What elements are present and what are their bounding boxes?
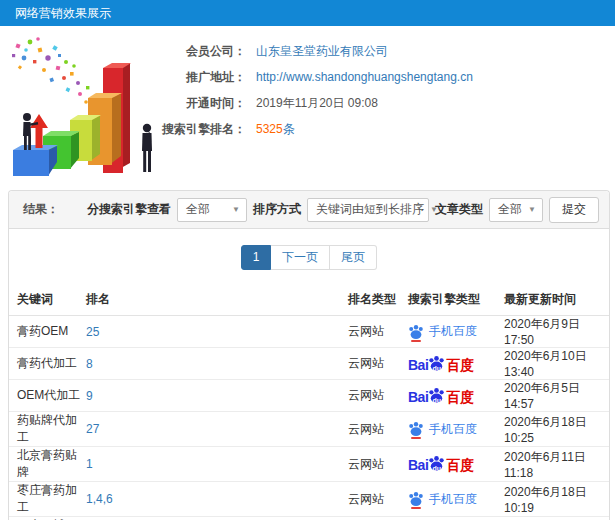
updated-cell: 2020年6月5日 14:57: [504, 380, 609, 412]
chevron-down-icon: ▼: [226, 205, 240, 214]
filter-bar: 结果： 分搜索引擎查看 全部 ▼ 排序方式 关键词由短到长排序 ▼ 文章类型 全…: [9, 191, 609, 229]
keyword-cell: 膏药代加工: [9, 348, 86, 380]
updated-cell: 2020年6月18日 10:19: [504, 482, 609, 517]
rank-link[interactable]: 25: [86, 325, 99, 339]
updated-cell: 2020年5月29日 10:32: [504, 517, 609, 520]
rank-type-cell: 云网站: [348, 412, 408, 447]
baidu-logo-icon: Baidu百度: [408, 355, 474, 372]
engine-label: 手机百度: [429, 491, 477, 508]
rank-count-unit: 条: [283, 122, 295, 136]
updated-header: 最新更新时间: [504, 285, 609, 316]
keyword-header: 关键词: [9, 285, 86, 316]
results-body: 1 下一页 尾页 关键词 排名 排名类型 搜索引擎类型 最新更新时间 膏药OEM…: [9, 229, 609, 520]
next-page-button[interactable]: 下一页: [271, 245, 330, 270]
company-name-link[interactable]: 山东皇圣堂药业有限公司: [256, 43, 388, 60]
info-row-company: 会员公司： 山东皇圣堂药业有限公司: [0, 38, 615, 64]
engine-label: 手机百度: [429, 421, 477, 438]
rank-link[interactable]: 1,4,6: [86, 492, 113, 506]
info-row-rank-count: 搜索引擎排名： 5325条: [0, 116, 615, 142]
submit-button[interactable]: 提交: [549, 197, 599, 223]
table-row: OEM代加工9云网站Baidu百度2020年6月5日 14:57: [9, 380, 609, 412]
rank-count-value: 5325条: [256, 121, 295, 138]
engine-type-cell: Baidu百度: [408, 517, 504, 520]
rank-type-cell: 云网站: [348, 517, 408, 520]
updated-cell: 2020年6月18日 10:25: [504, 412, 609, 447]
engine-type-cell: 手机百度: [408, 412, 504, 447]
rank-type-cell: 云网站: [348, 316, 408, 348]
rank-cell: 9: [86, 380, 348, 412]
rank-link[interactable]: 1: [86, 457, 93, 471]
rank-link[interactable]: 8: [86, 357, 93, 371]
rank-type-cell: 云网站: [348, 447, 408, 482]
keyword-cell: OEM代加工: [9, 380, 86, 412]
info-row-url: 推广地址： http://www.shandonghuangshengtang.…: [0, 64, 615, 90]
rank-link[interactable]: 9: [86, 389, 93, 403]
page-1-button[interactable]: 1: [241, 245, 271, 270]
pagination: 1 下一页 尾页: [9, 245, 609, 270]
keyword-cell: 药贴牌代加工: [9, 412, 86, 447]
keyword-cell: 北京膏药贴牌: [9, 447, 86, 482]
updated-cell: 2020年6月9日 17:50: [504, 316, 609, 348]
table-row: 医疗器械厂家4云网站Baidu百度2020年5月29日 10:32: [9, 517, 609, 520]
updated-cell: 2020年6月10日 13:40: [504, 348, 609, 380]
engine-filter-label: 分搜索引擎查看: [87, 201, 171, 218]
engine-type-cell: Baidu百度: [408, 447, 504, 482]
promo-url-label: 推广地址：: [0, 69, 246, 86]
last-page-button[interactable]: 尾页: [330, 245, 377, 270]
table-row: 北京膏药贴牌1云网站Baidu百度2020年6月11日 11:18: [9, 447, 609, 482]
engine-type-cell: Baidu百度: [408, 380, 504, 412]
engine-badge: 手机百度: [408, 421, 504, 438]
page-title: 网络营销效果展示: [15, 6, 111, 20]
rank-header: 排名: [86, 285, 348, 316]
rank-cell: 1: [86, 447, 348, 482]
mobile-baidu-icon: [408, 421, 424, 437]
engine-filter-select[interactable]: 全部 ▼: [177, 198, 247, 222]
info-section: 会员公司： 山东皇圣堂药业有限公司 推广地址： http://www.shand…: [0, 26, 615, 190]
open-time-label: 开通时间：: [0, 95, 246, 112]
open-time-value: 2019年11月20日 09:08: [256, 95, 378, 112]
table-row: 膏药代加工8云网站Baidu百度2020年6月10日 13:40: [9, 348, 609, 380]
keyword-cell: 医疗器械厂家: [9, 517, 86, 520]
results-panel: 结果： 分搜索引擎查看 全部 ▼ 排序方式 关键词由短到长排序 ▼ 文章类型 全…: [8, 190, 610, 520]
company-info-list: 会员公司： 山东皇圣堂药业有限公司 推广地址： http://www.shand…: [0, 38, 615, 142]
rank-type-cell: 云网站: [348, 380, 408, 412]
engine-type-cell: Baidu百度: [408, 348, 504, 380]
chevron-down-icon: ▼: [522, 205, 536, 214]
rank-type-cell: 云网站: [348, 482, 408, 517]
table-row: 枣庄膏药加工1,4,6云网站手机百度2020年6月18日 10:19: [9, 482, 609, 517]
baidu-logo-icon: Baidu百度: [408, 387, 474, 404]
rank-cell: 8: [86, 348, 348, 380]
sort-value: 关键词由短到长排序: [316, 201, 424, 218]
updated-cell: 2020年6月11日 11:18: [504, 447, 609, 482]
engine-badge: 手机百度: [408, 491, 504, 508]
filter-controls: 分搜索引擎查看 全部 ▼ 排序方式 关键词由短到长排序 ▼ 文章类型 全部 ▼ …: [87, 197, 599, 223]
rank-count-number: 5325: [256, 122, 283, 136]
article-type-value: 全部: [498, 201, 522, 218]
rank-type-cell: 云网站: [348, 348, 408, 380]
engine-type-header: 搜索引擎类型: [408, 285, 504, 316]
table-row: 膏药OEM25云网站手机百度2020年6月9日 17:50: [9, 316, 609, 348]
company-label: 会员公司：: [0, 43, 246, 60]
table-row: 药贴牌代加工27云网站手机百度2020年6月18日 10:25: [9, 412, 609, 447]
engine-badge: 手机百度: [408, 323, 504, 340]
keyword-cell: 枣庄膏药加工: [9, 482, 86, 517]
info-row-open-time: 开通时间： 2019年11月20日 09:08: [0, 90, 615, 116]
rank-cell: 1,4,6: [86, 482, 348, 517]
baidu-logo-icon: Baidu百度: [408, 455, 474, 472]
article-type-select[interactable]: 全部 ▼: [489, 198, 543, 222]
top-header-bar: 网络营销效果展示: [0, 0, 615, 26]
engine-type-cell: 手机百度: [408, 482, 504, 517]
sort-label: 排序方式: [253, 201, 301, 218]
rank-cell: 25: [86, 316, 348, 348]
engine-label: 手机百度: [429, 323, 477, 340]
engine-filter-value: 全部: [186, 201, 210, 218]
table-header-row: 关键词 排名 排名类型 搜索引擎类型 最新更新时间: [9, 285, 609, 316]
promo-url-link[interactable]: http://www.shandonghuangshengtang.cn: [256, 70, 473, 84]
sort-select[interactable]: 关键词由短到长排序 ▼: [307, 198, 429, 222]
keyword-rank-table: 关键词 排名 排名类型 搜索引擎类型 最新更新时间 膏药OEM25云网站手机百度…: [9, 285, 609, 520]
rank-cell: 27: [86, 412, 348, 447]
rank-link[interactable]: 27: [86, 422, 99, 436]
result-label: 结果：: [23, 201, 59, 218]
rank-cell: 4: [86, 517, 348, 520]
mobile-baidu-icon: [408, 324, 424, 340]
